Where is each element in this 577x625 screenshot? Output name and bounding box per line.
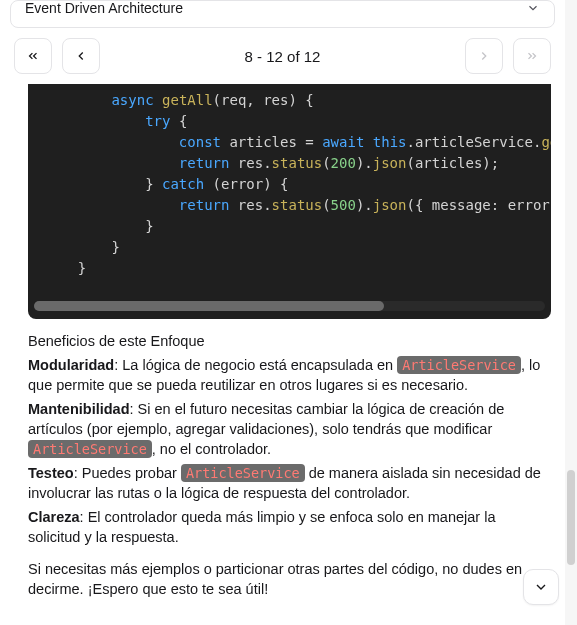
- page-range: 8 - 12 of 12: [245, 48, 321, 65]
- code-block: async getAll(req, res) { try { const art…: [28, 84, 551, 319]
- scrollbar-thumb[interactable]: [567, 470, 575, 565]
- closing-text: Si necesitas más ejemplos o particionar …: [28, 559, 549, 599]
- inline-code: ArticleService: [181, 464, 305, 482]
- benefits-section: Beneficios de este Enfoque Modularidad: …: [28, 319, 551, 599]
- page-vertical-scrollbar[interactable]: [565, 0, 577, 625]
- chevron-right-icon: [477, 49, 491, 63]
- chevrons-left-icon: [26, 49, 40, 63]
- inline-code: ArticleService: [397, 356, 521, 374]
- benefit-item: Testeo: Puedes probar ArticleService de …: [28, 463, 549, 503]
- benefit-label: Modularidad: [28, 357, 114, 373]
- benefit-label: Testeo: [28, 465, 74, 481]
- benefit-item: Clareza: El controlador queda más limpio…: [28, 507, 549, 547]
- chevron-down-icon: [533, 579, 549, 595]
- scroll-down-button[interactable]: [523, 569, 559, 605]
- prev-page-button[interactable]: [62, 38, 100, 74]
- next-page-button[interactable]: [465, 38, 503, 74]
- last-page-button[interactable]: [513, 38, 551, 74]
- benefits-title: Beneficios de este Enfoque: [28, 331, 549, 351]
- scrollbar-thumb[interactable]: [34, 301, 384, 311]
- inline-code: ArticleService: [28, 440, 152, 458]
- benefit-label: Clareza: [28, 509, 80, 525]
- message-card: async getAll(req, res) { try { const art…: [28, 84, 551, 599]
- benefit-item: Modularidad: La lógica de negocio está e…: [28, 355, 549, 395]
- topic-dropdown-label: Event Driven Architecture: [25, 0, 183, 16]
- pagination: 8 - 12 of 12: [14, 38, 551, 74]
- chevron-down-icon: [526, 1, 540, 15]
- chevrons-right-icon: [525, 49, 539, 63]
- chevron-left-icon: [74, 49, 88, 63]
- first-page-button[interactable]: [14, 38, 52, 74]
- topic-dropdown[interactable]: Event Driven Architecture: [10, 0, 555, 28]
- benefit-label: Mantenibilidad: [28, 401, 130, 417]
- code-horizontal-scrollbar[interactable]: [34, 301, 545, 311]
- benefit-item: Mantenibilidad: Si en el futuro necesita…: [28, 399, 549, 459]
